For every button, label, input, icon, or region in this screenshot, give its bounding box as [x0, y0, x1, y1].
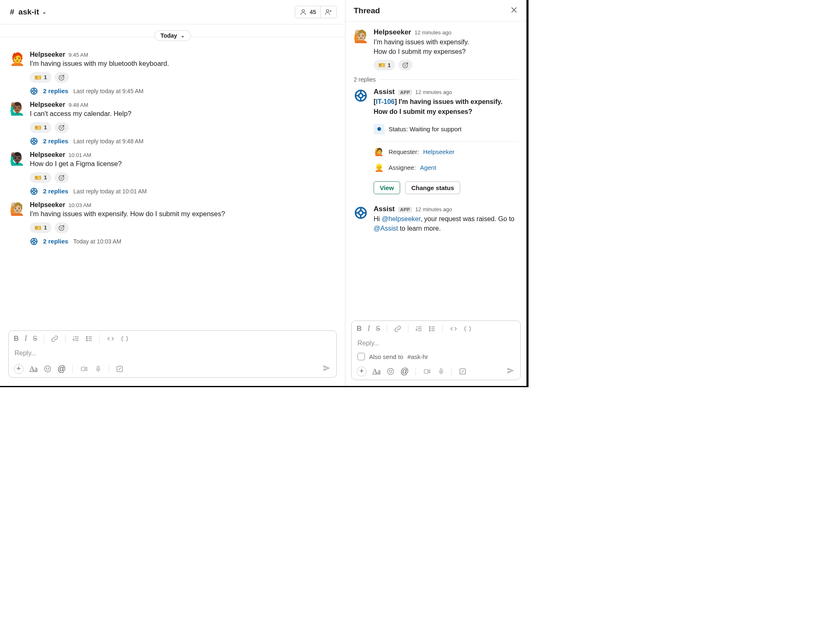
send-button[interactable]: [322, 364, 331, 374]
assist-avatar[interactable]: [353, 88, 369, 104]
assist-avatar[interactable]: [353, 205, 369, 221]
ticket-emoji-icon: 🎫: [34, 74, 41, 81]
italic-button[interactable]: I: [24, 334, 27, 343]
channel-messages: Today ⌄ 🧑‍🦰 Helpseeker 9:45 AM I'm havin…: [0, 24, 345, 330]
reaction-count: 1: [44, 224, 47, 231]
members-button[interactable]: 45: [295, 6, 321, 18]
add-reaction-button[interactable]: [55, 122, 69, 133]
svg-point-19: [62, 227, 63, 228]
bold-button[interactable]: B: [357, 325, 362, 333]
format-toggle-button[interactable]: Aa: [29, 365, 38, 373]
thread-text: [IT-106] I'm having issues with expensif…: [374, 97, 518, 116]
thread-ring-icon: [30, 237, 38, 246]
link-button[interactable]: [51, 335, 58, 342]
ticket-link[interactable]: IT-106: [376, 98, 394, 105]
ordered-list-button[interactable]: [72, 335, 80, 342]
message-time: 9:45 AM: [68, 52, 88, 58]
view-button[interactable]: View: [374, 181, 400, 194]
italic-button[interactable]: I: [367, 324, 370, 333]
date-divider[interactable]: Today ⌄: [154, 30, 191, 41]
svg-point-23: [87, 338, 87, 339]
svg-rect-29: [97, 366, 99, 369]
also-send-label: Also send to: [369, 353, 403, 360]
code-button[interactable]: [449, 325, 458, 333]
send-button[interactable]: [506, 366, 515, 376]
replies-link[interactable]: 2 replies: [43, 87, 68, 94]
codeblock-button[interactable]: [463, 325, 472, 333]
ordered-list-button[interactable]: [415, 325, 422, 333]
status-row: Status: Waiting for support: [374, 121, 518, 138]
attach-button[interactable]: +: [357, 366, 367, 376]
code-button[interactable]: [106, 335, 115, 342]
strike-button[interactable]: S: [376, 325, 380, 333]
reaction-count: 1: [44, 124, 47, 130]
composer-input[interactable]: Reply...: [9, 346, 336, 360]
format-toolbar: B I S: [9, 331, 336, 346]
close-button[interactable]: [510, 6, 518, 15]
thread-composer-input[interactable]: Reply...: [352, 336, 520, 350]
message-user[interactable]: Helpseeker: [30, 151, 65, 159]
message-user[interactable]: Helpseeker: [30, 101, 65, 108]
thread-body: 🙋🏼 Helpseeker 12 minutes ago I'm having …: [345, 22, 526, 321]
avatar[interactable]: 🙋🏾‍♂️: [9, 101, 25, 117]
thread-actions: View Change status: [374, 181, 518, 194]
change-status-button[interactable]: Change status: [405, 181, 460, 194]
svg-point-7: [59, 125, 64, 130]
message-user[interactable]: Helpseeker: [30, 201, 65, 209]
mention-link[interactable]: @Assist: [374, 225, 398, 232]
avatar[interactable]: 🧑‍🦰: [9, 51, 25, 67]
reaction-pill[interactable]: 🎫 1: [30, 122, 51, 133]
mention-button[interactable]: @: [58, 364, 66, 374]
reaction-pill[interactable]: 🎫 1: [374, 60, 395, 70]
separator: [387, 325, 387, 333]
reaction-pill[interactable]: 🎫 1: [30, 72, 51, 83]
mention-link[interactable]: @helpseeker: [382, 215, 421, 222]
thread-user[interactable]: Assist: [374, 88, 395, 96]
codeblock-button[interactable]: [121, 335, 129, 342]
bullet-list-button[interactable]: [85, 335, 93, 342]
message-user[interactable]: Helpseeker: [30, 51, 65, 58]
reaction-pill[interactable]: 🎫 1: [30, 172, 51, 183]
emoji-button[interactable]: [43, 365, 52, 373]
shortcut-button[interactable]: [459, 367, 467, 376]
status-text: Status: Waiting for support: [389, 125, 461, 133]
message: 🙋🏾‍♂️ Helpseeker 9:48 AM I can't access …: [0, 97, 345, 147]
add-user-button[interactable]: [321, 6, 337, 18]
add-reaction-button[interactable]: [55, 172, 69, 183]
avatar[interactable]: 🙋🏼: [353, 28, 369, 44]
add-reaction-button[interactable]: [55, 222, 69, 233]
emoji-button[interactable]: [386, 367, 395, 376]
assignee-link[interactable]: Agent: [420, 164, 436, 171]
add-reaction-button[interactable]: [55, 72, 69, 83]
also-send-checkbox[interactable]: [357, 353, 365, 360]
avatar[interactable]: 🙋🏼: [9, 201, 25, 217]
svg-point-14: [62, 177, 63, 178]
replies-link[interactable]: 2 replies: [43, 137, 68, 145]
video-button[interactable]: [80, 365, 89, 373]
shortcut-button[interactable]: [116, 365, 124, 373]
attach-button[interactable]: +: [14, 364, 24, 374]
add-reaction-icon: [58, 124, 65, 131]
channel-name-button[interactable]: # ask-it ⌄: [10, 7, 46, 17]
replies-link[interactable]: 2 replies: [43, 188, 68, 195]
bullet-list-button[interactable]: [428, 325, 436, 333]
mic-button[interactable]: [437, 367, 445, 376]
format-toggle-button[interactable]: Aa: [372, 367, 381, 376]
link-button[interactable]: [394, 325, 401, 333]
requester-emoji-icon: 🙋: [374, 147, 384, 157]
chevron-down-icon: ⌄: [181, 33, 185, 39]
strike-button[interactable]: S: [33, 335, 37, 342]
reaction-pill[interactable]: 🎫 1: [30, 222, 51, 233]
mic-button[interactable]: [94, 365, 102, 373]
replies-link[interactable]: 2 replies: [43, 238, 68, 245]
bold-button[interactable]: B: [14, 335, 19, 343]
svg-point-12: [59, 176, 64, 181]
add-reaction-button[interactable]: [398, 60, 413, 70]
mention-button[interactable]: @: [401, 366, 409, 376]
video-button[interactable]: [422, 368, 432, 375]
thread-user[interactable]: Helpseeker: [374, 28, 411, 36]
avatar[interactable]: 🙋🏿‍♂️: [9, 151, 25, 167]
requester-link[interactable]: Helpseeker: [423, 148, 454, 155]
svg-point-37: [359, 211, 363, 215]
thread-user[interactable]: Assist: [374, 205, 395, 213]
